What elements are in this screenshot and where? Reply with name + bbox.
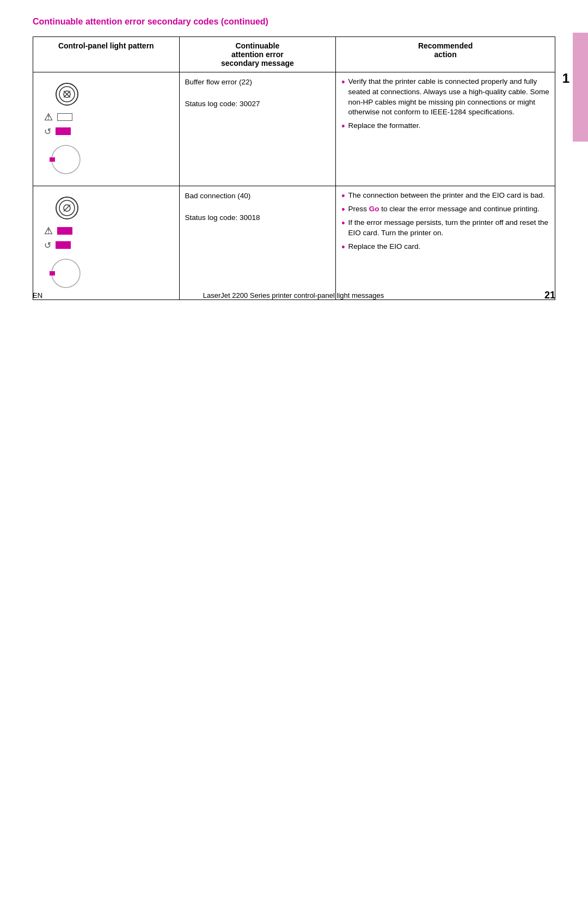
header-col3: Recommended action [336, 36, 555, 72]
header-col2: Continuable attention error secondary me… [179, 36, 336, 72]
bullet-icon: • [341, 121, 345, 131]
white-rect-indicator [57, 113, 72, 121]
footer-page-number: 21 [544, 290, 555, 301]
list-item: • Replace the EIO card. [341, 242, 549, 252]
footer-description: LaserJet 2200 Series printer control-pan… [203, 291, 384, 299]
svg-point-8 [52, 259, 80, 288]
bullet-icon: • [341, 205, 345, 215]
table-row: ⚠ ↺ [33, 186, 555, 299]
list-item: • Press Go to clear the error message an… [341, 204, 549, 215]
table-row: ⚠ ↺ [33, 72, 555, 186]
list-item: • Replace the formatter. [341, 121, 549, 131]
table-header-row: Control-panel light pattern Continuable … [33, 36, 555, 72]
bullet-icon: • [341, 218, 345, 228]
footer-language: EN [33, 291, 42, 299]
warning-row2: ⚠ [44, 225, 72, 237]
list-item: • If the error message persists, turn th… [341, 218, 549, 238]
warning-row1: ⚠ [44, 111, 72, 123]
icon-area-row2: ⚠ ↺ [39, 191, 174, 295]
bullet-list-row1: • Verify that the printer cable is conne… [341, 77, 549, 132]
sidebar-number: 1 [562, 71, 569, 86]
list-item: • Verify that the printer cable is conne… [341, 77, 549, 118]
circle-paper-icon [50, 143, 82, 176]
panel-icons-row1: ⚠ ↺ [33, 72, 180, 186]
bullet-list-row2: • The connection between the printer and… [341, 191, 549, 252]
icon-area-row1: ⚠ ↺ [39, 77, 174, 181]
pink-rect-power [56, 241, 71, 249]
svg-rect-4 [50, 157, 55, 162]
svg-rect-9 [50, 271, 55, 276]
go-link: Go [369, 205, 379, 213]
svg-point-3 [52, 145, 80, 174]
power-row1: ↺ [44, 126, 71, 137]
bullet-icon: • [341, 191, 345, 201]
power-row2: ↺ [44, 240, 71, 250]
secondary-message-row1: Buffer flow error (22) Status log code: … [179, 72, 336, 186]
page-title: Continuable attention error secondary co… [33, 16, 555, 28]
sidebar-tab [573, 33, 588, 142]
warning-triangle-icon: ⚠ [44, 111, 53, 123]
panel-icons-row2: ⚠ ↺ [33, 186, 180, 299]
power-icon: ↺ [44, 240, 51, 250]
power-icon: ↺ [44, 126, 51, 137]
secondary-message-row2: Bad connection (40) Status log code: 300… [179, 186, 336, 299]
circle-paper-icon [50, 257, 82, 290]
bullet-icon: • [341, 77, 345, 87]
bullet-icon: • [341, 242, 345, 252]
warning-triangle-icon: ⚠ [44, 225, 53, 237]
cancel-button-icon [39, 196, 79, 222]
list-item: • The connection between the printer and… [341, 191, 549, 201]
pink-rect-warning [57, 227, 72, 235]
recommended-actions-row2: • The connection between the printer and… [336, 186, 555, 299]
cancel-button-icon [39, 82, 79, 108]
pink-rect-indicator [56, 127, 71, 135]
main-table: Control-panel light pattern Continuable … [33, 36, 555, 300]
footer: EN LaserJet 2200 Series printer control-… [0, 290, 588, 301]
recommended-actions-row1: • Verify that the printer cable is conne… [336, 72, 555, 186]
header-col1: Control-panel light pattern [33, 36, 180, 72]
